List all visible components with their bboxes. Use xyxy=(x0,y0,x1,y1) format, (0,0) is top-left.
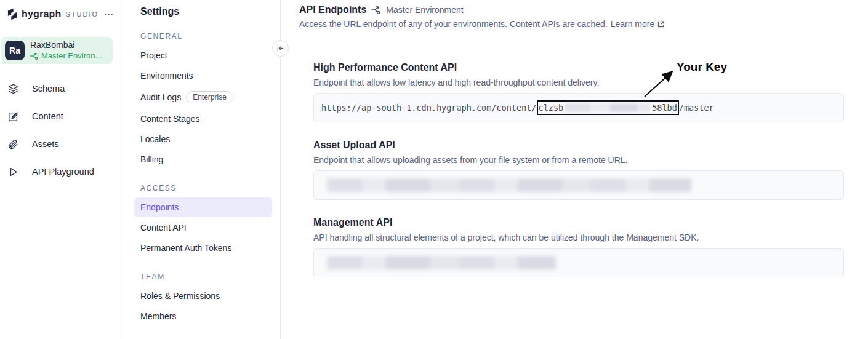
settings-item-roles-permissions[interactable]: Roles & Permissions xyxy=(134,286,272,306)
layers-icon xyxy=(7,83,19,95)
page-title: API Endpoints xyxy=(299,4,366,15)
section-description: Endpoint that allows low latency and hig… xyxy=(313,78,844,87)
settings-item-endpoints[interactable]: Endpoints xyxy=(134,197,272,217)
redacted-url xyxy=(327,178,691,192)
brand-row: hygraph STUDIO ⋯ xyxy=(0,0,119,22)
asset-upload-url[interactable] xyxy=(313,170,844,200)
url-prefix: https://ap-south-1.cdn.hygraph.com/conte… xyxy=(321,103,537,113)
key-start: clzsb xyxy=(539,103,564,113)
settings-item-label: Roles & Permissions xyxy=(140,291,220,301)
settings-group-team: TEAM Roles & Permissions Members xyxy=(134,273,272,326)
annotation-arrow xyxy=(638,66,683,100)
project-meta: RaxBombai Master Environ... xyxy=(30,40,102,61)
sidebar-item-label: Content xyxy=(32,111,63,121)
section-high-performance-content-api: High Performance Content API Endpoint th… xyxy=(313,62,844,122)
section-label-general: GENERAL xyxy=(140,32,272,41)
learn-more-label: Learn more xyxy=(611,19,655,29)
settings-item-label: Endpoints xyxy=(140,202,179,212)
section-description: Endpoint that allows uploading assets fr… xyxy=(313,155,844,165)
url-suffix: /master xyxy=(679,103,714,113)
sidebar-item-assets[interactable]: Assets xyxy=(0,130,119,158)
settings-item-label: Permanent Auth Tokens xyxy=(140,243,231,253)
learn-more-link[interactable]: Learn more xyxy=(611,19,665,29)
branch-icon xyxy=(371,5,381,15)
branch-icon xyxy=(30,52,39,60)
main-area: API Endpoints Master Environment Access … xyxy=(281,0,868,339)
edit-icon xyxy=(7,111,19,122)
page-description: Access the URL endpoint of any of your e… xyxy=(299,19,608,29)
settings-title: Settings xyxy=(140,6,272,17)
settings-item-label: Audit Logs xyxy=(140,92,181,102)
environment-line: Master Environ... xyxy=(30,51,102,61)
settings-item-project[interactable]: Project xyxy=(134,46,272,65)
key-end: 58lbd xyxy=(652,103,677,113)
hygraph-logo-icon xyxy=(6,8,18,20)
collapse-left-icon xyxy=(276,44,284,52)
settings-item-environments[interactable]: Environments xyxy=(134,66,272,86)
play-icon xyxy=(7,166,19,178)
avatar: Ra xyxy=(5,41,25,60)
settings-item-label: Content Stages xyxy=(140,114,200,124)
settings-item-content-api[interactable]: Content API xyxy=(134,218,272,237)
content-api-url[interactable]: https://ap-south-1.cdn.hygraph.com/conte… xyxy=(313,93,844,122)
external-link-icon xyxy=(657,20,665,28)
brand-suffix: STUDIO xyxy=(66,10,99,18)
section-title: Management API xyxy=(313,217,844,228)
sidebar-item-label: API Playground xyxy=(32,167,94,177)
settings-panel: Settings GENERAL Project Environments Au… xyxy=(119,0,281,339)
sidebar-item-label: Assets xyxy=(32,139,59,149)
settings-item-audit-logs[interactable]: Audit Logs Enterprise xyxy=(134,86,272,108)
environment-name: Master Environ... xyxy=(41,51,102,61)
settings-item-locales[interactable]: Locales xyxy=(134,129,272,149)
section-title: High Performance Content API xyxy=(313,62,844,73)
sidebar-item-label: Schema xyxy=(32,84,65,94)
settings-group-general: GENERAL Project Environments Audit Logs … xyxy=(134,32,272,169)
collapse-panel-button[interactable] xyxy=(272,40,289,57)
sidebar-item-schema[interactable]: Schema xyxy=(0,75,119,103)
settings-item-members[interactable]: Members xyxy=(134,306,272,326)
your-key-annotation: Your Key xyxy=(677,60,727,74)
sidebar-nav: Schema Content Assets API Playground xyxy=(0,75,119,186)
sidebar-item-content[interactable]: Content xyxy=(0,103,119,130)
environment-indicator: Master Environment xyxy=(386,5,463,15)
section-asset-upload-api: Asset Upload API Endpoint that allows up… xyxy=(313,140,844,200)
project-switcher[interactable]: Ra RaxBombai Master Environ... xyxy=(1,37,113,64)
section-label-team: TEAM xyxy=(140,273,272,281)
settings-item-billing[interactable]: Billing xyxy=(134,150,272,169)
settings-item-permanent-auth-tokens[interactable]: Permanent Auth Tokens xyxy=(134,238,272,258)
section-title: Asset Upload API xyxy=(313,140,844,151)
section-description: API handling all structural elements of … xyxy=(313,233,844,242)
redacted-key-middle xyxy=(565,103,651,112)
brand-name: hygraph xyxy=(22,9,62,20)
settings-item-label: Billing xyxy=(140,154,163,164)
sidebar-item-api-playground[interactable]: API Playground xyxy=(0,158,119,186)
settings-item-label: Project xyxy=(140,50,167,60)
endpoints-content: High Performance Content API Endpoint th… xyxy=(281,39,868,277)
project-name: RaxBombai xyxy=(30,40,102,51)
settings-item-label: Members xyxy=(140,311,176,321)
app-root: hygraph STUDIO ⋯ Ra RaxBombai Master Env… xyxy=(0,0,868,339)
settings-item-label: Content API xyxy=(140,223,187,233)
section-label-access: ACCESS xyxy=(140,184,272,193)
more-menu-icon[interactable]: ⋯ xyxy=(102,8,116,20)
settings-item-label: Locales xyxy=(140,134,170,144)
management-api-url[interactable] xyxy=(313,248,844,277)
settings-group-access: ACCESS Endpoints Content API Permanent A… xyxy=(134,184,272,258)
enterprise-badge: Enterprise xyxy=(186,91,233,103)
sidebar: hygraph STUDIO ⋯ Ra RaxBombai Master Env… xyxy=(0,0,119,339)
redacted-url xyxy=(327,256,556,269)
settings-item-label: Environments xyxy=(140,71,193,81)
page-header: API Endpoints Master Environment Access … xyxy=(281,0,868,39)
settings-item-content-stages[interactable]: Content Stages xyxy=(134,109,272,129)
api-key-highlight-box: clzsb58lbd xyxy=(537,100,679,115)
section-management-api: Management API API handling all structur… xyxy=(313,217,844,277)
paperclip-icon xyxy=(7,138,19,150)
